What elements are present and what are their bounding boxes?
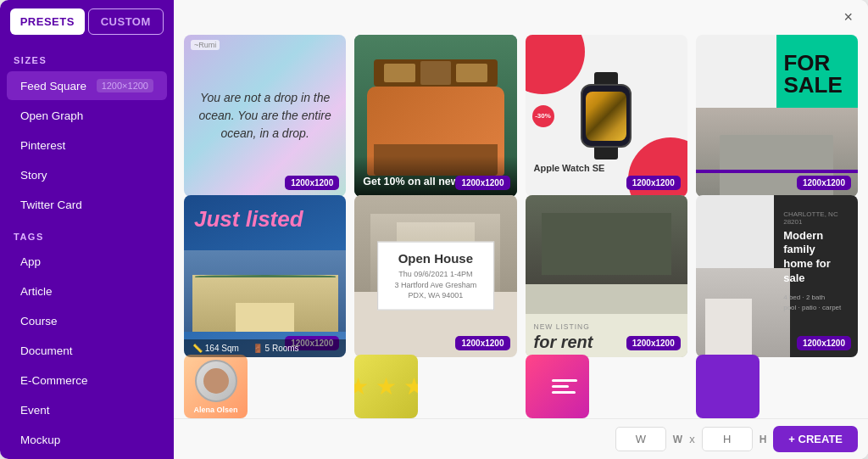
sizes-section-label: SIZES	[0, 43, 174, 70]
openhouse-details: Thu 09/6/2021 1-4PM3 Hartford Ave Gresha…	[390, 269, 481, 301]
sidebar-item-event[interactable]: Event	[7, 396, 167, 424]
sidebar-item-label: Article	[20, 285, 53, 298]
template-card-openhouse[interactable]: Open House Thu 09/6/2021 1-4PM3 Hartford…	[354, 195, 516, 357]
sidebar-item-label: Pinterest	[20, 139, 65, 152]
separator: x	[689, 433, 695, 445]
sidebar: PRESETS CUSTOM SIZES Feed Square 1200×12…	[0, 0, 174, 459]
modal-header: ×	[174, 0, 868, 28]
template-card-partial2[interactable]: ★ ★ ★	[354, 355, 418, 418]
sidebar-item-label: Course	[20, 315, 58, 327]
watch-circle-top	[526, 35, 585, 94]
listed-detail1: 📏 164 Sqm	[192, 344, 239, 353]
sidebar-item-label: Twitter Card	[20, 199, 82, 211]
height-input[interactable]	[702, 427, 753, 451]
sidebar-item-label: Event	[20, 404, 50, 417]
w-label: W	[673, 434, 682, 445]
template-card-partial1[interactable]: Alena Olsen	[184, 355, 248, 418]
forsale-banner	[696, 170, 858, 173]
close-button[interactable]: ×	[838, 7, 858, 28]
quote-author: ~Rumi	[191, 40, 220, 50]
listed-detail2: 🚪 5 Rooms	[253, 344, 299, 353]
h-label: H	[760, 434, 767, 445]
sidebar-item-label: App	[20, 255, 41, 268]
sidebar-item-label: E-Commerce	[20, 374, 88, 387]
modern-title: Modern family home for sale	[783, 229, 848, 287]
custom-tab[interactable]: CUSTOM	[88, 8, 164, 35]
template-grid: ~Rumi You are not a drop in the ocean. Y…	[174, 28, 868, 418]
create-button[interactable]: + CREATE	[773, 426, 858, 452]
sidebar-item-label: Story	[20, 169, 47, 182]
sidebar-item-document[interactable]: Document	[7, 337, 167, 365]
modal: PRESETS CUSTOM SIZES Feed Square 1200×12…	[0, 0, 868, 459]
sidebar-item-size: 1200×1200	[97, 79, 153, 92]
sidebar-item-mockup[interactable]: Mockup	[7, 426, 167, 454]
sidebar-item-ecommerce[interactable]: E-Commerce	[7, 367, 167, 395]
forsale-title: FOR SALE	[783, 52, 851, 96]
openhouse-title: Open House	[390, 251, 481, 266]
main-content: × ~Rumi You are not a drop in the ocean.…	[174, 0, 868, 459]
badge-watch: 1200x1200	[626, 176, 681, 190]
badge-openhouse: 1200x1200	[455, 336, 509, 350]
sidebar-item-label: Feed Square	[20, 80, 86, 92]
watch-discount: -30%	[532, 105, 554, 127]
sidebar-item-app[interactable]: App	[7, 248, 167, 276]
forrent-label: NEW LISTING	[534, 322, 679, 331]
sidebar-item-course[interactable]: Course	[7, 307, 167, 335]
template-card-listed[interactable]: Just listed 📏 164 Sqm 🚪 5 Rooms 1200x120…	[184, 195, 346, 357]
sidebar-item-label: Document	[20, 344, 73, 357]
presets-tab[interactable]: PRESETS	[10, 8, 85, 35]
sidebar-item-open-graph[interactable]: Open Graph	[7, 102, 167, 130]
sidebar-item-twitter-card[interactable]: Twitter Card	[7, 191, 167, 219]
badge-sale: 1200x1200	[455, 176, 509, 190]
sidebar-item-label: Open Graph	[20, 109, 83, 122]
template-card-forrent[interactable]: NEW LISTING for rent 1200x1200	[526, 195, 687, 357]
tab-bar: PRESETS CUSTOM	[0, 0, 174, 43]
template-card-partial3[interactable]	[526, 355, 589, 418]
listed-title: Just listed	[194, 207, 336, 232]
template-card-quote[interactable]: ~Rumi You are not a drop in the ocean. Y…	[184, 35, 346, 197]
badge-forsale: 1200x1200	[797, 176, 851, 190]
template-card-partial4[interactable]	[696, 355, 760, 418]
badge-modern: 1200x1200	[797, 336, 851, 350]
template-card-watch[interactable]: Apple Watch SE -30% 1200x1200	[526, 35, 687, 197]
watch-label: Apple Watch SE	[534, 163, 605, 173]
sidebar-item-story[interactable]: Story	[7, 161, 167, 189]
template-card-sale[interactable]: Get 10% on all new arrivals 1200x1200	[354, 35, 516, 197]
sidebar-item-label: Mockup	[20, 434, 60, 446]
sidebar-item-podcast[interactable]: Podcast	[7, 456, 167, 459]
template-card-modern[interactable]: CHARLOTTE, NC 28201 Modern family home f…	[696, 195, 858, 357]
tags-section-label: TAGS	[0, 220, 174, 247]
star-icon-3: ★	[403, 372, 418, 400]
width-input[interactable]	[615, 427, 666, 451]
sidebar-item-feed-square[interactable]: Feed Square 1200×1200	[7, 71, 167, 100]
star-icon-1: ★	[354, 372, 369, 400]
quote-text: You are not a drop in the ocean. You are…	[184, 76, 346, 156]
template-card-forsale[interactable]: FOR SALE 1200x1200	[696, 35, 858, 197]
footer-bar: W x H + CREATE	[174, 418, 868, 459]
badge-quote: 1200x1200	[285, 176, 339, 190]
sidebar-item-article[interactable]: Article	[7, 277, 167, 305]
badge-forrent: 1200x1200	[626, 336, 681, 350]
sidebar-item-pinterest[interactable]: Pinterest	[7, 132, 167, 160]
star-icon-2: ★	[376, 372, 397, 400]
